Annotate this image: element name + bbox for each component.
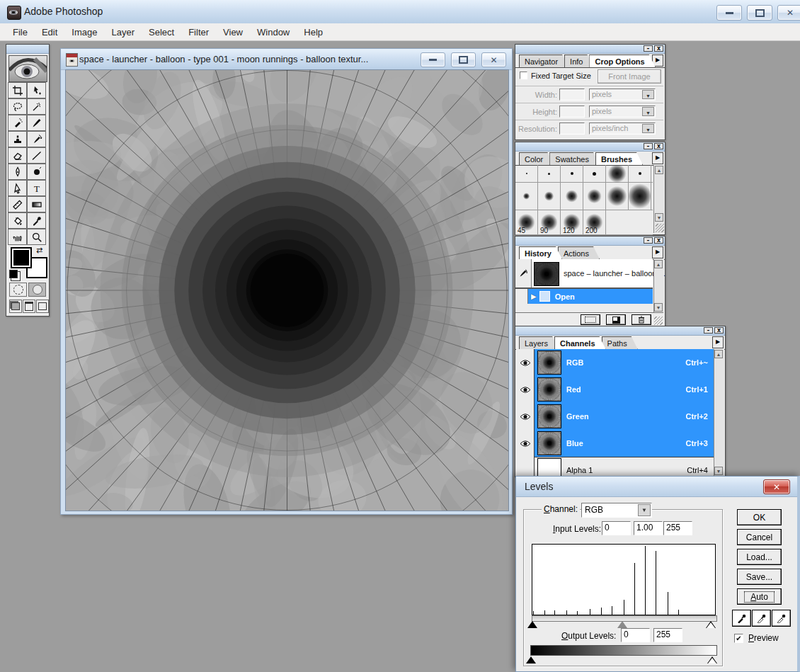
output-white-slider[interactable] bbox=[707, 656, 717, 664]
close-button[interactable]: ✕ bbox=[777, 5, 800, 21]
input-gamma-slider[interactable] bbox=[617, 621, 627, 628]
resolution-unit-dropdown[interactable]: pixels/inch ▼ bbox=[589, 123, 656, 135]
brush-preset-200[interactable]: 200 bbox=[583, 210, 606, 234]
panel-menu-arrow-icon[interactable]: ▶ bbox=[652, 246, 663, 258]
brush-preset[interactable] bbox=[583, 165, 606, 182]
menu-window[interactable]: Window bbox=[250, 25, 297, 40]
tab-actions[interactable]: Actions bbox=[558, 246, 600, 259]
scroll-down-icon[interactable]: ▼ bbox=[655, 213, 663, 222]
brush-preset[interactable] bbox=[629, 183, 651, 210]
standard-mode-button[interactable] bbox=[9, 283, 27, 297]
width-unit-dropdown[interactable]: pixels ▼ bbox=[589, 89, 656, 101]
quickmask-mode-button[interactable] bbox=[28, 283, 46, 297]
history-brush-well[interactable] bbox=[515, 259, 532, 287]
input-black-slider[interactable] bbox=[527, 621, 537, 628]
load-button[interactable]: Load... bbox=[737, 549, 782, 565]
minimize-button[interactable] bbox=[716, 5, 742, 21]
eyedropper-tool[interactable] bbox=[27, 212, 46, 229]
menu-file[interactable]: File bbox=[6, 25, 35, 40]
auto-button[interactable]: Auto bbox=[737, 588, 782, 605]
channel-row-green[interactable]: GreenCtrl+2 bbox=[516, 403, 714, 431]
document-titlebar[interactable]: space - launcher - balloon - type 001 - … bbox=[61, 49, 512, 70]
width-input[interactable] bbox=[559, 89, 585, 101]
visibility-eye-icon[interactable] bbox=[516, 349, 535, 376]
panel-minimize-button[interactable]: - bbox=[644, 45, 653, 52]
magic-wand-tool[interactable] bbox=[27, 98, 46, 115]
height-unit-dropdown[interactable]: pixels ▼ bbox=[589, 106, 656, 118]
input-gamma-field[interactable]: 1.00 bbox=[634, 521, 663, 535]
new-snapshot-button[interactable] bbox=[606, 314, 626, 325]
menu-select[interactable]: Select bbox=[142, 25, 181, 40]
scroll-up-icon[interactable]: ▲ bbox=[655, 166, 663, 174]
brush-preset[interactable] bbox=[629, 165, 651, 182]
dropdown-arrow-icon[interactable]: ▼ bbox=[642, 107, 654, 116]
hand-tool[interactable] bbox=[8, 229, 27, 245]
doc-close-button[interactable]: ✕ bbox=[481, 52, 506, 67]
front-image-button[interactable]: Front Image bbox=[598, 69, 661, 84]
stamp-tool[interactable] bbox=[8, 131, 27, 147]
dropdown-arrow-icon[interactable]: ▼ bbox=[642, 90, 654, 99]
history-state-well[interactable] bbox=[515, 289, 528, 304]
toolbox-drag-bar[interactable] bbox=[6, 45, 49, 54]
tab-info[interactable]: Info bbox=[564, 55, 593, 67]
white-point-eyedropper[interactable] bbox=[772, 610, 791, 627]
input-white-field[interactable]: 255 bbox=[663, 521, 692, 535]
panel-menu-arrow-icon[interactable]: ▶ bbox=[712, 336, 724, 348]
doc-maximize-button[interactable] bbox=[451, 52, 476, 67]
dropdown-arrow-icon[interactable]: ▼ bbox=[638, 504, 651, 516]
menu-layer[interactable]: Layer bbox=[105, 25, 142, 40]
swap-colors-icon[interactable]: ⇄ bbox=[36, 246, 42, 255]
visibility-eye-icon[interactable] bbox=[516, 376, 535, 403]
crop-tool[interactable] bbox=[8, 82, 27, 98]
channel-row-blue[interactable]: BlueCtrl+3 bbox=[516, 430, 714, 457]
scroll-up-icon[interactable]: ▲ bbox=[714, 350, 723, 358]
history-state-row[interactable]: ▶ Open bbox=[515, 289, 653, 304]
foreground-color-swatch[interactable] bbox=[11, 247, 32, 268]
resize-grip[interactable] bbox=[654, 317, 663, 325]
menu-help[interactable]: Help bbox=[297, 25, 330, 40]
document-canvas[interactable] bbox=[65, 69, 509, 511]
levels-titlebar[interactable]: Levels ✕ bbox=[516, 477, 797, 497]
tab-navigator[interactable]: Navigator bbox=[519, 55, 568, 67]
line-tool[interactable] bbox=[27, 147, 46, 164]
zoom-tool[interactable] bbox=[27, 229, 46, 245]
panel-minimize-button[interactable]: - bbox=[644, 237, 653, 244]
gradient-tool[interactable] bbox=[27, 196, 46, 212]
tab-swatches[interactable]: Swatches bbox=[549, 152, 600, 165]
panel-close-button[interactable]: x bbox=[654, 143, 663, 149]
move-tool[interactable] bbox=[27, 82, 46, 98]
brush-preset-45[interactable]: 45 bbox=[515, 210, 538, 234]
panel-close-button[interactable]: x bbox=[714, 327, 724, 334]
preview-checkbox[interactable]: ✔ bbox=[734, 634, 743, 643]
channel-row-rgb[interactable]: RGBCtrl+~ bbox=[516, 349, 714, 377]
brush-preset[interactable] bbox=[515, 183, 538, 210]
input-black-field[interactable]: 0 bbox=[602, 521, 631, 535]
history-scrollbar[interactable]: ▲ ▼ bbox=[653, 259, 664, 312]
measure-tool[interactable] bbox=[8, 196, 27, 212]
save-button[interactable]: Save... bbox=[737, 569, 782, 585]
brush-preset[interactable] bbox=[561, 183, 583, 210]
fullscreen-button[interactable] bbox=[36, 300, 49, 313]
delete-state-button[interactable] bbox=[632, 314, 651, 325]
cancel-button[interactable]: Cancel bbox=[737, 529, 782, 545]
scroll-up-icon[interactable]: ▲ bbox=[654, 260, 663, 268]
channel-dropdown[interactable]: RGB ▼ bbox=[581, 503, 652, 518]
black-point-eyedropper[interactable] bbox=[732, 610, 751, 627]
main-titlebar[interactable]: Adobe Photoshop ✕ bbox=[0, 0, 800, 24]
visibility-empty-well[interactable] bbox=[516, 457, 535, 477]
tab-brushes[interactable]: Brushes bbox=[595, 152, 643, 165]
default-colors-icon[interactable] bbox=[9, 270, 18, 278]
standard-screen-button[interactable] bbox=[9, 300, 22, 313]
menu-edit[interactable]: Edit bbox=[35, 25, 64, 40]
brush-preset[interactable] bbox=[583, 183, 606, 210]
scroll-down-icon[interactable]: ▼ bbox=[654, 303, 663, 312]
panel-close-button[interactable]: x bbox=[654, 237, 663, 244]
output-black-slider[interactable] bbox=[526, 656, 536, 664]
levels-close-button[interactable]: ✕ bbox=[763, 479, 790, 494]
channel-row-red[interactable]: RedCtrl+1 bbox=[516, 376, 714, 404]
brush-preset-120[interactable]: 120 bbox=[561, 210, 583, 234]
tab-channels[interactable]: Channels bbox=[554, 336, 606, 349]
panel-close-button[interactable]: x bbox=[654, 45, 663, 52]
focus-tool[interactable] bbox=[27, 164, 46, 180]
brush-preset[interactable] bbox=[561, 165, 583, 182]
